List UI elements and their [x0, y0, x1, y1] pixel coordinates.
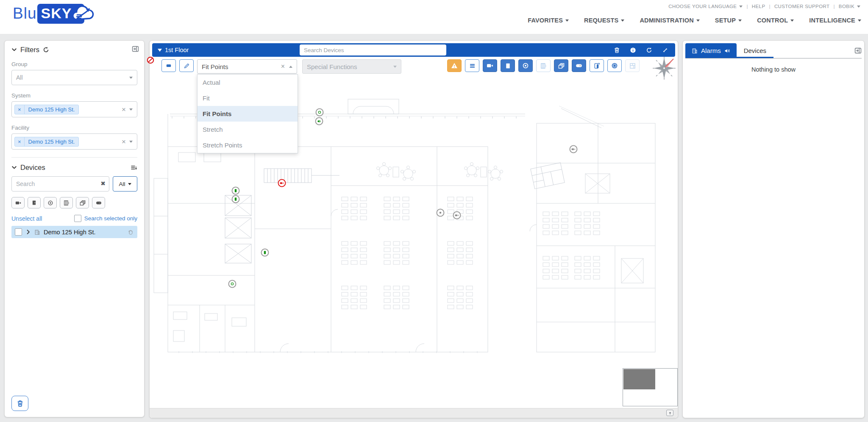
clear-search-icon[interactable]: ✖ [100, 180, 106, 187]
floorplan-layout-button[interactable] [625, 59, 640, 72]
reset-filters-icon[interactable] [43, 47, 49, 53]
floorplan-header: 1st Floor [152, 43, 675, 57]
user-menu[interactable]: BOBIK [839, 4, 860, 9]
map-header-icons [614, 43, 668, 57]
device-list-options-icon[interactable] [131, 164, 137, 171]
device-filter-all-button[interactable]: All [113, 176, 137, 192]
device-marker-door[interactable] [261, 249, 269, 257]
clear-select-icon[interactable]: × [122, 138, 126, 145]
filter-cameras-button[interactable] [11, 197, 25, 208]
export-view-icon[interactable] [666, 410, 673, 416]
nav-requests[interactable]: REQUESTS [584, 17, 624, 24]
show-floors-button[interactable] [554, 59, 568, 72]
device-marker-camera[interactable] [570, 145, 578, 153]
scale-mode-value: Fit Points [202, 63, 277, 70]
facility-select[interactable]: × Demo 125 High St. × [11, 133, 137, 150]
chevron-right-icon[interactable] [25, 229, 31, 235]
device-type-filters [11, 197, 137, 208]
device-marker-door[interactable] [232, 187, 240, 195]
language-menu[interactable]: CHOOSE YOUR LANGUAGE [668, 4, 743, 9]
map-edit-button[interactable] [179, 59, 194, 72]
nav-separator: | [833, 4, 835, 9]
minimap[interactable] [623, 368, 678, 406]
devices-title: Devices [20, 164, 45, 172]
drag-hand-icon[interactable] [128, 229, 134, 235]
muster-exit-button[interactable] [590, 59, 604, 72]
help-link[interactable]: HELP [752, 4, 765, 9]
alarm-warning-button[interactable] [447, 59, 462, 72]
device-marker-door[interactable] [232, 195, 240, 203]
device-marker-camera[interactable] [453, 211, 461, 219]
caret-down-icon [565, 19, 569, 22]
plan-icon [629, 63, 636, 69]
collapse-panel-icon[interactable] [854, 47, 862, 54]
blusky-logo[interactable]: Blu SKY [13, 3, 95, 24]
device-search-row: ✖ All [11, 176, 137, 192]
customer-support-link[interactable]: CUSTOMER SUPPORT [774, 4, 830, 9]
group-select[interactable]: All [11, 70, 137, 85]
unselect-all-link[interactable]: Unselect all [11, 215, 42, 222]
filters-header[interactable]: Filters [11, 46, 137, 54]
device-marker-output[interactable] [228, 280, 236, 288]
search-selected-only-toggle[interactable]: Search selected only [74, 215, 137, 222]
search-selected-only-checkbox[interactable] [74, 215, 81, 222]
minimap-viewport[interactable] [623, 369, 655, 389]
no-access-badge [147, 56, 154, 66]
remove-tag-icon[interactable]: × [15, 137, 25, 146]
tree-row-checkbox[interactable] [15, 228, 22, 236]
camera-icon [15, 200, 21, 206]
device-marker-output[interactable] [316, 108, 324, 117]
collapse-sidebar-icon[interactable] [132, 45, 139, 53]
filter-outputs-button[interactable] [92, 197, 105, 208]
scale-option-actual[interactable]: Actual [198, 75, 298, 90]
nav-favorites[interactable]: FAVORITES [528, 17, 569, 24]
scale-mode-select[interactable]: Fit Points × [197, 59, 297, 74]
scale-option-stretch-points[interactable]: Stretch Points [198, 137, 298, 153]
show-readers-button[interactable] [518, 59, 533, 72]
speaker-icon[interactable] [724, 48, 730, 54]
tab-devices[interactable]: Devices [737, 43, 773, 58]
scale-option-fit-points[interactable]: Fit Points [198, 106, 298, 122]
show-doors-button[interactable] [501, 59, 515, 72]
device-search-input[interactable] [11, 176, 109, 192]
tree-row-label: Demo 125 High St. [44, 229, 96, 236]
nav-setup[interactable]: SETUP [715, 17, 742, 24]
floor-selector[interactable]: 1st Floor [152, 47, 189, 53]
show-elevators-button[interactable] [536, 59, 551, 72]
filter-doors-button[interactable] [28, 197, 41, 208]
all-button-label: All [119, 181, 125, 187]
scale-option-fit[interactable]: Fit [198, 90, 298, 106]
chevron-down-icon [11, 165, 17, 170]
logo-blu-text: Blu [13, 5, 36, 22]
devices-header[interactable]: Devices [11, 164, 137, 172]
filter-readers-button[interactable] [44, 197, 57, 208]
device-marker-camera[interactable] [278, 179, 286, 187]
clear-scale-icon[interactable]: × [281, 63, 285, 70]
special-wheel-button[interactable] [607, 59, 622, 72]
show-outputs-button[interactable] [572, 59, 586, 72]
map-device-search-input[interactable] [300, 44, 446, 56]
filter-elevators-button[interactable] [60, 197, 73, 208]
nav-control[interactable]: CONTROL [757, 17, 794, 24]
show-cameras-button[interactable] [483, 59, 497, 72]
device-marker-toggle[interactable] [315, 117, 323, 125]
map-mode-card-button[interactable] [161, 59, 176, 72]
filters-sidebar: Filters Group All System × Demo 125 High… [4, 40, 145, 417]
system-select[interactable]: × Demo 125 High St. × [11, 101, 137, 117]
device-marker-reader[interactable] [437, 209, 445, 217]
nav-intelligence[interactable]: INTELLIGENCE [809, 17, 861, 24]
map-info-icon[interactable] [630, 47, 636, 53]
list-view-button[interactable] [465, 59, 479, 72]
scale-option-stretch[interactable]: Stretch [198, 122, 298, 137]
clear-select-icon[interactable]: × [122, 106, 126, 113]
tab-alarms[interactable]: Alarms [685, 43, 737, 58]
nav-administration[interactable]: ADMINISTRATION [640, 17, 699, 24]
map-trash-icon[interactable] [614, 47, 620, 53]
map-refresh-icon[interactable] [646, 47, 652, 53]
device-tree-row[interactable]: Demo 125 High St. [11, 226, 137, 238]
remove-tag-icon[interactable]: × [15, 105, 25, 114]
filter-floors-button[interactable] [76, 197, 89, 208]
chevron-down-icon [11, 47, 17, 53]
sidebar-trash-button[interactable] [11, 396, 28, 411]
map-fullscreen-icon[interactable] [662, 47, 668, 53]
